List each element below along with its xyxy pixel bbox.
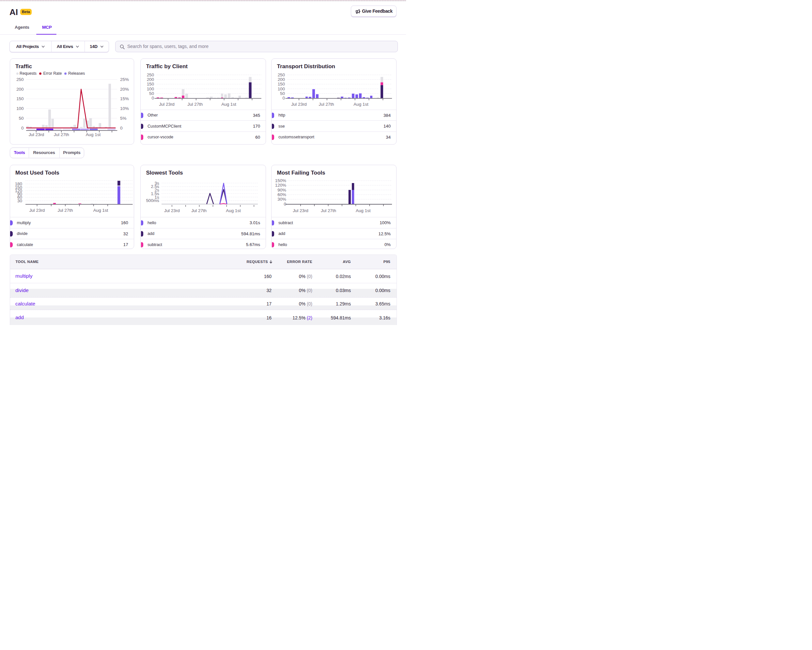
svg-text:Jul 27th: Jul 27th (187, 102, 203, 107)
svg-text:250: 250 (147, 72, 154, 77)
svg-text:10%: 10% (120, 106, 129, 111)
svg-text:100: 100 (278, 87, 285, 92)
svg-text:Jul 23rd: Jul 23rd (164, 208, 180, 213)
svg-text:3s: 3s (154, 180, 159, 185)
svg-text:250: 250 (278, 72, 285, 77)
svg-text:Aug 1st: Aug 1st (356, 208, 371, 213)
svg-text:150: 150 (278, 82, 285, 87)
svg-text:0: 0 (152, 96, 154, 101)
svg-text:200: 200 (147, 77, 154, 82)
svg-text:50: 50 (149, 91, 154, 96)
svg-text:Jul 23rd: Jul 23rd (159, 102, 175, 107)
svg-text:0: 0 (282, 96, 285, 101)
svg-text:Aug 1st: Aug 1st (353, 102, 368, 107)
svg-text:Aug 1st: Aug 1st (221, 102, 236, 107)
svg-text:Jul 23rd: Jul 23rd (293, 208, 308, 213)
svg-text:150: 150 (16, 96, 23, 101)
svg-text:100: 100 (147, 87, 154, 92)
svg-text:180: 180 (15, 182, 22, 186)
svg-text:100: 100 (16, 106, 23, 111)
svg-text:0: 0 (120, 126, 122, 131)
svg-text:Jul 27th: Jul 27th (53, 132, 69, 137)
svg-text:200: 200 (278, 77, 285, 82)
svg-text:Aug 1st: Aug 1st (93, 208, 108, 212)
svg-text:250: 250 (16, 77, 23, 82)
svg-text:60%: 60% (278, 192, 286, 197)
svg-text:15%: 15% (120, 96, 129, 101)
svg-text:150%: 150% (275, 178, 286, 183)
svg-text:Jul 27th: Jul 27th (58, 208, 73, 212)
svg-text:25%: 25% (120, 77, 129, 82)
svg-text:Jul 23rd: Jul 23rd (28, 132, 44, 137)
svg-text:Jul 27th: Jul 27th (319, 102, 334, 107)
svg-text:120%: 120% (275, 183, 286, 188)
svg-text:Aug 1st: Aug 1st (226, 208, 241, 213)
svg-text:50: 50 (280, 91, 285, 96)
svg-text:20%: 20% (120, 87, 129, 92)
svg-text:Jul 27th: Jul 27th (191, 208, 207, 213)
svg-text:150: 150 (147, 82, 154, 87)
svg-text:90%: 90% (278, 187, 286, 192)
svg-text:Aug 1st: Aug 1st (85, 132, 101, 137)
svg-text:Jul 23rd: Jul 23rd (291, 102, 307, 107)
svg-text:Jul 27th: Jul 27th (321, 208, 336, 213)
svg-text:30%: 30% (278, 197, 286, 201)
svg-text:0: 0 (284, 201, 286, 206)
svg-text:0: 0 (21, 126, 23, 131)
svg-text:50: 50 (18, 116, 23, 121)
svg-text:Jul 23rd: Jul 23rd (29, 208, 45, 212)
svg-text:200: 200 (16, 87, 23, 92)
svg-text:5%: 5% (120, 116, 126, 121)
